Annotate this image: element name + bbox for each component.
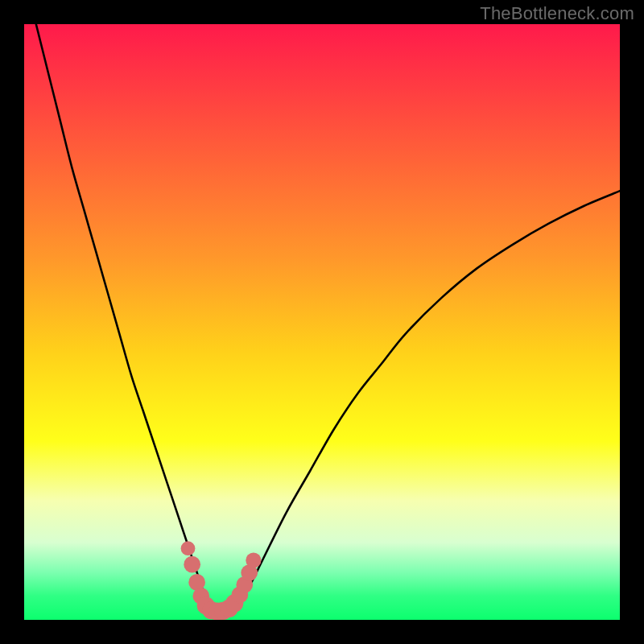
highlight-marker: [181, 541, 196, 555]
plot-area: [24, 24, 620, 620]
watermark-text: TheBottleneck.com: [480, 3, 634, 24]
highlight-marker-group: [181, 541, 262, 620]
highlight-marker: [184, 556, 200, 573]
highlight-marker: [246, 552, 261, 568]
chart-stage: TheBottleneck.com: [0, 0, 644, 644]
curve-layer: [24, 24, 620, 620]
bottleneck-curve: [36, 24, 620, 611]
